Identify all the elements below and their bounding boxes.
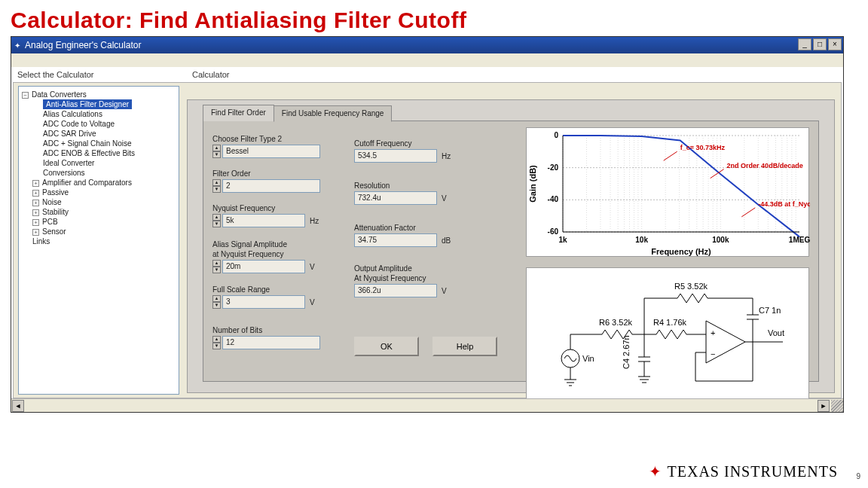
svg-text:10k: 10k (635, 236, 648, 244)
footer-logo: ✦ TEXAS INSTRUMENTS (649, 462, 838, 480)
ok-button[interactable]: OK (354, 337, 419, 356)
calculator-panel-label: Calculator (192, 70, 230, 79)
page-number: 9 (856, 472, 860, 480)
minimize-button[interactable]: _ (798, 38, 811, 50)
app-window: ✦ Analog Engineer's Calculator _ □ × Sel… (11, 36, 844, 413)
svg-text:R4 1.76k: R4 1.76k (653, 318, 687, 327)
nyquist-input[interactable]: 5k (222, 214, 305, 227)
slide-title: Calculator: Find Antialiasing Filter Cut… (0, 0, 868, 36)
maximize-button[interactable]: □ (813, 38, 827, 50)
svg-text:0: 0 (554, 131, 558, 139)
attenuation-output: 34.75 (354, 233, 437, 247)
tree-item: Conversions (22, 168, 176, 178)
resolution-output: 732.4u (354, 191, 437, 205)
fsr-input[interactable]: 3 (222, 295, 305, 309)
window-title: Analog Engineer's Calculator (25, 40, 141, 50)
filter-type-label: Choose Filter Type 2 (212, 135, 320, 143)
svg-text:R6 3.52k: R6 3.52k (599, 318, 633, 327)
outamp-output: 366.2u (354, 284, 437, 297)
svg-text:R5 3.52k: R5 3.52k (674, 282, 708, 291)
svg-text:-60: -60 (548, 227, 559, 236)
svg-text:-44.3dB at f_Nyquist: -44.3dB at f_Nyquist (758, 200, 810, 208)
app-icon: ✦ (14, 41, 20, 50)
help-button[interactable]: Help (432, 337, 497, 356)
svg-text:1MEG: 1MEG (789, 236, 810, 244)
tree-item: Ideal Converter (22, 158, 176, 168)
svg-text:100k: 100k (712, 236, 729, 244)
scrollbar-horizontal[interactable]: ◄ ► (11, 398, 843, 412)
scroll-right-icon: ► (818, 400, 830, 412)
svg-text:-20: -20 (548, 163, 559, 172)
scroll-left-icon: ◄ (12, 400, 24, 412)
svg-text:f_c= 30.73kHz: f_c= 30.73kHz (680, 144, 726, 151)
calculator-tree[interactable]: −Data Converters Anti-Alias Filter Desig… (18, 86, 179, 395)
tree-item: Alias Calculations (22, 109, 176, 119)
tree-item: ADC + Signal Chain Noise (22, 139, 176, 148)
svg-text:Vin: Vin (582, 354, 594, 363)
svg-text:-40: -40 (548, 195, 559, 203)
nyquist-label: Nyquist Frequency (212, 204, 319, 212)
svg-text:−: − (711, 349, 715, 358)
cutoff-output: 534.5 (354, 149, 437, 163)
select-calculator-label: Select the Calculator (17, 70, 94, 79)
titlebar[interactable]: ✦ Analog Engineer's Calculator _ □ × (11, 37, 843, 53)
tree-item: ADC Code to Voltage (22, 119, 176, 129)
tree-item: ADC ENOB & Effective Bits (22, 148, 176, 158)
calculator-panel: Find Filter Order Find Usable Frequency … (187, 99, 835, 393)
svg-text:Frequency (Hz): Frequency (Hz) (651, 247, 711, 256)
gain-chart: 0-20-40-601k10k100k1MEGf_c= 30.73kHz2nd … (526, 127, 809, 257)
svg-text:+: + (711, 328, 715, 337)
tab-body: Choose Filter Type 2 ▲▼ Bessel Filter Or… (203, 120, 819, 382)
menubar (11, 53, 843, 67)
filter-order-label: Filter Order (212, 169, 320, 178)
svg-text:C4 2.67n: C4 2.67n (622, 335, 631, 369)
tree-item: ADC SAR Drive (22, 129, 176, 139)
tree-item-selected: Anti-Alias Filter Designer (43, 99, 132, 109)
alias-amplitude-input[interactable]: 20m (222, 260, 305, 273)
svg-text:Vout: Vout (768, 328, 784, 337)
svg-text:2nd Order 40dB/decade: 2nd Order 40dB/decade (727, 162, 803, 169)
tab-find-range[interactable]: Find Usable Frequency Range (274, 105, 393, 122)
schematic: Vin R6 3.52k R4 1.76k (526, 267, 809, 406)
tab-find-order[interactable]: Find Filter Order (203, 105, 274, 121)
svg-text:1k: 1k (558, 236, 567, 244)
bits-input[interactable]: 12 (222, 336, 320, 349)
filter-order-input[interactable]: 2 (222, 179, 320, 193)
svg-text:Gain (dB): Gain (dB) (528, 165, 537, 203)
ti-logo-icon: ✦ (649, 462, 662, 480)
svg-line-46 (741, 208, 755, 217)
svg-text:C7 1n: C7 1n (759, 306, 781, 315)
close-button[interactable]: × (828, 38, 842, 50)
resize-grip-icon (831, 400, 843, 412)
filter-type-select[interactable]: Bessel (222, 145, 320, 158)
